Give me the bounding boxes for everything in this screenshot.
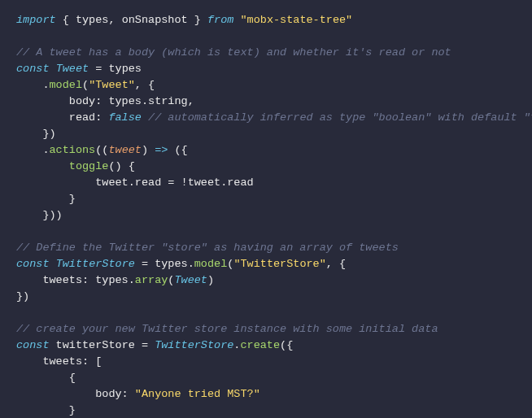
function-name: actions (50, 144, 96, 156)
string-literal: "TwitterStore" (233, 258, 325, 270)
boolean-literal: false (108, 111, 142, 124)
code-line: toggle() { (16, 159, 516, 175)
comment: // A tweet has a body (which is text) an… (16, 45, 516, 61)
code-text: (( (95, 144, 108, 156)
code-line: } (16, 191, 516, 207)
code-text: , { (326, 258, 346, 270)
class-name: TwitterStore (56, 258, 135, 270)
code-line: const twitterStore = TwitterStore.create… (16, 337, 516, 354)
code-text: }) (16, 290, 29, 303)
code-line: }) (16, 289, 516, 305)
blank-line (16, 224, 516, 240)
code-text: () { (108, 160, 134, 172)
class-name: Tweet (174, 274, 207, 286)
code-text: twitterStore = (50, 339, 155, 351)
code-line: tweet.read = !tweet.read (16, 175, 516, 191)
code-line: body: types.string, (16, 94, 516, 110)
code-line: const TwitterStore = types.model("Twitte… (16, 256, 516, 272)
parameter: tweet (108, 144, 142, 156)
code-line: const Tweet = types (16, 61, 516, 77)
code-text: tweets: [ (16, 355, 102, 368)
code-line: }) (16, 126, 516, 142)
code-text: { (16, 372, 76, 384)
import-clause: { types, onSnapshot } (63, 14, 201, 26)
code-text: body: (16, 388, 135, 400)
string-literal: "Anyone tried MST?" (135, 388, 260, 400)
function-name: toggle (69, 160, 109, 172)
code-text (142, 111, 148, 124)
code-text: ) (207, 274, 214, 286)
blank-line (16, 305, 516, 321)
code-line: } (16, 403, 516, 418)
arrow: => (155, 144, 168, 156)
code-text: , { (135, 79, 155, 91)
code-line: .actions((tweet) => ({ (16, 142, 516, 159)
code-line: .model("Tweet", { (16, 77, 516, 94)
code-line: body: "Anyone tried MST?" (16, 386, 516, 403)
keyword: const (16, 339, 50, 351)
code-text: } (16, 404, 76, 416)
string-literal: "Tweet" (89, 79, 135, 91)
code-line: import { types, onSnapshot } from "mobx-… (16, 12, 516, 28)
code-text: tweet.read = !tweet.read (16, 176, 254, 189)
code-line: tweets: [ (16, 354, 516, 370)
code-text: . (16, 144, 50, 156)
keyword: const (16, 258, 50, 270)
function-name: model (50, 79, 83, 91)
blank-line (16, 28, 516, 45)
code-text: ({ (280, 339, 293, 351)
code-text: . (16, 79, 50, 91)
code-line: tweets: types.array(Tweet) (16, 272, 516, 289)
function-name: model (194, 258, 228, 270)
comment: // automatically inferred as type "boole… (148, 111, 532, 124)
code-text: = types. (135, 258, 194, 270)
function-name: array (135, 274, 168, 286)
code-text: = types (89, 63, 142, 75)
code-text: } (16, 193, 76, 205)
code-text: }) (16, 128, 56, 140)
code-text: tweets: types. (16, 274, 135, 286)
code-text: body: types.string, (16, 95, 194, 107)
code-line: { (16, 370, 516, 386)
keyword: import (16, 14, 56, 26)
string-literal: "mobx-state-tree" (240, 14, 352, 26)
comment: // create your new Twitter store instanc… (16, 321, 516, 337)
class-name: TwitterStore (155, 339, 233, 351)
code-text: })) (16, 209, 63, 221)
class-name: Tweet (56, 63, 89, 75)
comment: // Define the Twitter "store" as having … (16, 240, 516, 256)
code-text: ( (82, 79, 89, 91)
code-text: read: (16, 111, 108, 124)
code-text: ({ (168, 144, 187, 156)
function-name: create (240, 339, 280, 351)
code-text (16, 160, 69, 172)
keyword: from (207, 14, 233, 26)
code-block: import { types, onSnapshot } from "mobx-… (16, 12, 516, 418)
code-line: read: false // automatically inferred as… (16, 110, 516, 126)
code-line: })) (16, 207, 516, 224)
keyword: const (16, 63, 50, 75)
code-text: ) (142, 144, 155, 156)
